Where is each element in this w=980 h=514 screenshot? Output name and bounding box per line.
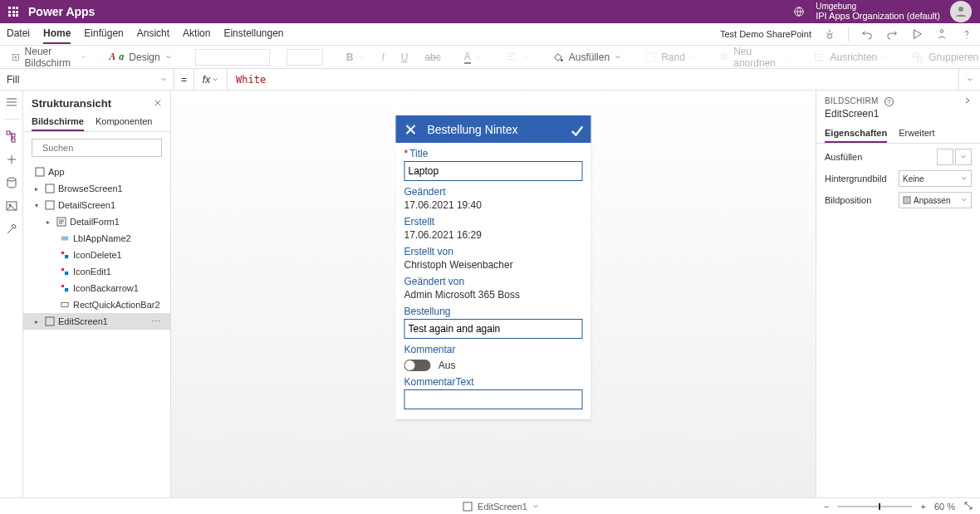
tab-components[interactable]: Komponenten — [96, 113, 153, 131]
close-icon[interactable] — [404, 123, 418, 136]
menu-ansicht[interactable]: Ansicht — [137, 24, 169, 44]
svg-rect-33 — [463, 502, 472, 511]
datasource-name[interactable]: Test Demo SharePoint — [720, 29, 811, 39]
waffle-icon[interactable] — [8, 7, 18, 17]
media-icon[interactable] — [5, 199, 18, 213]
help-icon[interactable]: ? — [884, 97, 894, 106]
app-preview[interactable]: Bestellung Nintex *Title Geändert 17.06.… — [396, 115, 591, 419]
tab-screens[interactable]: Bildschirme — [32, 113, 84, 131]
property-select[interactable]: Fill — [0, 69, 174, 90]
prop-bgimage-label: Hintergrundbild — [825, 174, 887, 184]
tree-item-lblappname[interactable]: LblAppName2 — [23, 230, 170, 247]
tree-item-rect[interactable]: RectQuickActionBar2 — [23, 296, 170, 313]
formula-expand-button[interactable] — [958, 69, 980, 90]
canvas-area[interactable]: Bestellung Nintex *Title Geändert 17.06.… — [171, 91, 816, 497]
play-icon[interactable] — [910, 27, 924, 41]
border-label: Rand — [661, 51, 685, 63]
border-button: Rand — [639, 51, 702, 63]
kommentar-toggle[interactable] — [404, 360, 431, 371]
svg-point-3 — [940, 30, 943, 33]
menu-home[interactable]: Home — [43, 24, 71, 44]
fx-button[interactable]: fx — [194, 69, 228, 90]
zoom-in-button[interactable]: + — [920, 502, 925, 512]
divider — [848, 27, 849, 42]
user-avatar[interactable] — [950, 1, 972, 22]
formula-input[interactable]: White — [228, 69, 958, 90]
design-button[interactable]: Aa Design — [104, 51, 176, 63]
more-icon[interactable]: ⋯ — [151, 316, 164, 327]
new-screen-button[interactable]: Neuer Bildschirm — [7, 46, 91, 69]
tools-icon[interactable] — [5, 223, 18, 236]
fill-color-swatch[interactable] — [937, 149, 953, 165]
tree-item-iconback[interactable]: IconBackarrow1 — [23, 280, 170, 296]
tree-item-icondelete[interactable]: IconDelete1 — [23, 247, 170, 263]
svg-rect-30 — [46, 317, 54, 326]
redo-icon[interactable] — [885, 27, 899, 41]
close-icon[interactable] — [154, 98, 162, 110]
chevron-down-icon[interactable] — [532, 503, 539, 510]
fill-button[interactable]: Ausfüllen — [547, 51, 626, 63]
tree-item-detailscreen[interactable]: ▾ DetailScreen1 — [23, 197, 170, 213]
zoom-out-button[interactable]: − — [824, 502, 829, 512]
prop-row-fill: Ausfüllen — [825, 149, 972, 165]
required-asterisk: * — [404, 148, 409, 159]
kommentar-label: Kommentar — [404, 344, 583, 355]
tree-label: App — [48, 167, 65, 177]
undo-icon[interactable] — [860, 27, 874, 41]
app-checker-icon[interactable] — [823, 27, 836, 41]
rect-icon — [60, 300, 70, 310]
title-input[interactable] — [404, 161, 583, 181]
tree-item-app[interactable]: App — [23, 164, 170, 180]
svg-point-23 — [61, 252, 64, 254]
imagepos-dropdown[interactable]: Anpassen — [899, 192, 972, 208]
data-icon[interactable] — [5, 176, 18, 189]
insert-icon[interactable] — [5, 153, 18, 166]
title-label: Title — [409, 148, 428, 159]
hamburger-icon[interactable] — [5, 95, 18, 109]
caret-icon: ▾ — [35, 202, 42, 209]
bgimage-dropdown[interactable]: Keine — [899, 170, 972, 187]
svg-rect-26 — [65, 272, 68, 275]
tab-properties[interactable]: Eigenschaften — [825, 125, 887, 143]
divider — [4, 119, 19, 120]
menu-einfuegen[interactable]: Einfügen — [84, 24, 123, 44]
tree-item-iconedit[interactable]: IconEdit1 — [23, 263, 170, 280]
bestellung-label: Bestellung — [404, 306, 583, 317]
tree-item-editscreen[interactable]: ▸ EditScreen1 ⋯ — [23, 313, 170, 330]
menu-aktion[interactable]: Aktion — [183, 24, 210, 44]
tree-icon[interactable] — [5, 130, 18, 143]
menu-einstellungen[interactable]: Einstellungen — [223, 24, 283, 44]
environment-icon[interactable] — [792, 5, 806, 18]
collapse-icon[interactable] — [963, 96, 972, 106]
tab-advanced[interactable]: Erweitert — [899, 125, 934, 143]
fill-color-picker[interactable] — [955, 149, 972, 165]
fullscreen-icon[interactable] — [963, 501, 973, 512]
menu-datei[interactable]: Datei — [7, 24, 30, 44]
tree-search[interactable] — [32, 139, 162, 157]
help-icon[interactable] — [960, 27, 973, 41]
svg-rect-28 — [65, 288, 68, 291]
tree-item-browsescreen[interactable]: ▸ BrowseScreen1 — [23, 180, 170, 197]
tree-label: IconBackarrow1 — [73, 283, 139, 293]
environment-block[interactable]: Umgebung IPI Apps Organization (default) — [816, 2, 940, 21]
menu-bar: Datei Home Einfügen Ansicht Aktion Einst… — [0, 23, 980, 46]
selected-screen-name: EditScreen1 — [816, 108, 980, 125]
kommentartext-input[interactable] — [404, 389, 583, 409]
svg-point-25 — [61, 268, 64, 271]
tree-panel: Strukturansicht Bildschirme Komponenten … — [23, 91, 171, 497]
svg-point-14 — [7, 178, 16, 181]
properties-panel: BILDSCHIRM ? EditScreen1 Eigenschaften E… — [816, 91, 980, 497]
svg-point-2 — [827, 34, 831, 38]
share-icon[interactable] — [935, 27, 948, 41]
svg-rect-6 — [646, 52, 655, 61]
submit-icon[interactable] — [570, 123, 583, 136]
zoom-slider[interactable] — [837, 506, 912, 507]
bestellung-input[interactable] — [404, 319, 583, 339]
tree-item-detailform[interactable]: ▸ DetailForm1 — [23, 213, 170, 230]
tree-label: IconDelete1 — [73, 250, 122, 260]
search-input[interactable] — [42, 143, 157, 153]
svg-rect-12 — [12, 134, 15, 137]
createdby-label: Erstellt von — [404, 246, 583, 257]
fontsize-dropdown — [282, 49, 328, 66]
status-breadcrumb[interactable]: EditScreen1 — [478, 502, 527, 512]
